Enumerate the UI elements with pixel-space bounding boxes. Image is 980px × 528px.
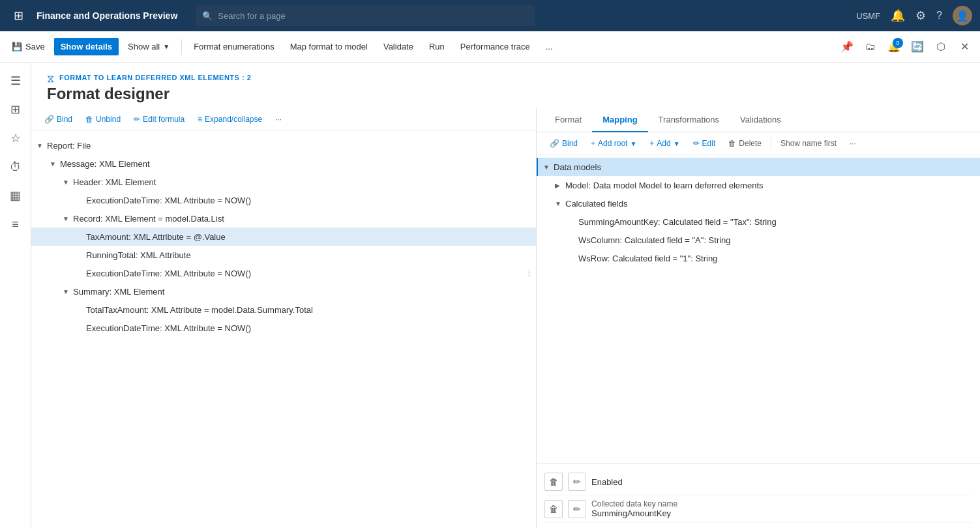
layout-button[interactable]: 🗂 bbox=[860, 37, 881, 57]
model-item-wsrow[interactable]: WsRow: Calculated field = "1": String bbox=[537, 249, 980, 267]
left-sidebar: ☰ ⊞ ☆ ⏱ ▦ ≡ bbox=[0, 63, 31, 528]
chevron-down-icon: ▼ bbox=[163, 43, 170, 50]
save-button[interactable]: 💾 Save bbox=[5, 38, 52, 55]
pin-button[interactable]: 📌 bbox=[837, 37, 857, 57]
chevron-icon: ▼ bbox=[63, 179, 70, 186]
tree-item-exec-dt-3[interactable]: ExecutionDateTime: XML Attribute = NOW() bbox=[31, 319, 536, 337]
top-nav: ⊞ Finance and Operations Preview 🔍 USMF … bbox=[0, 0, 980, 31]
right-more-button[interactable]: ··· bbox=[844, 136, 861, 151]
model-label: Calculated fields bbox=[565, 199, 975, 209]
delete-icon: 🗑 bbox=[549, 477, 558, 487]
show-all-button[interactable]: Show all ▼ bbox=[121, 38, 176, 55]
sidebar-home-icon[interactable]: ⊞ bbox=[3, 96, 29, 123]
tree-label: Report: File bbox=[47, 141, 531, 151]
map-format-button[interactable]: Map format to model bbox=[284, 38, 374, 55]
page-title: Format designer bbox=[47, 85, 964, 103]
search-input[interactable] bbox=[218, 11, 528, 21]
help-icon[interactable]: ? bbox=[936, 10, 942, 22]
edit-formula-button[interactable]: ✏ Edit formula bbox=[128, 112, 190, 126]
sidebar-menu-icon[interactable]: ☰ bbox=[3, 68, 29, 94]
add-button[interactable]: + Add ▼ bbox=[644, 136, 685, 151]
tree-item-runningtotal[interactable]: RunningTotal: XML Attribute bbox=[31, 246, 536, 264]
sidebar-modules-icon[interactable]: ≡ bbox=[3, 211, 29, 237]
plus-icon: + bbox=[591, 139, 595, 148]
edit-button[interactable]: ✏ Edit bbox=[688, 136, 721, 151]
tree-label: Message: XML Element bbox=[60, 159, 531, 169]
left-more-button[interactable]: ··· bbox=[270, 112, 287, 126]
tree-item-exec-dt-1[interactable]: ExecutionDateTime: XML Attribute = NOW() bbox=[31, 191, 536, 209]
app-grid-icon[interactable]: ⊞ bbox=[8, 5, 29, 26]
mapping-panel: Format Mapping Transformations Validatio… bbox=[537, 108, 980, 528]
page-header: ⧖ FORMAT TO LEARN DEFERRED XML ELEMENTS … bbox=[31, 63, 980, 108]
settings-icon[interactable]: ⚙ bbox=[915, 8, 926, 23]
notification-icon[interactable]: 🔔 bbox=[891, 8, 905, 23]
open-in-new-button[interactable]: ⬡ bbox=[930, 37, 951, 57]
tab-transformations[interactable]: Transformations bbox=[648, 108, 730, 132]
tree-item-report[interactable]: ▼ Report: File bbox=[31, 136, 536, 154]
tree-label: TaxAmount: XML Attribute = @.Value bbox=[86, 232, 531, 242]
tree-item-summary[interactable]: ▼ Summary: XML Element bbox=[31, 282, 536, 301]
refresh-button[interactable]: 🔄 bbox=[907, 37, 928, 57]
model-item-data-models[interactable]: ▼ Data models bbox=[537, 158, 980, 176]
right-bind-button[interactable]: 🔗 Bind bbox=[544, 136, 583, 151]
avatar[interactable]: 👤 bbox=[953, 6, 972, 25]
main-toolbar: 💾 Save Show details Show all ▼ Format en… bbox=[0, 31, 980, 63]
sidebar-workspaces-icon[interactable]: ▦ bbox=[3, 183, 29, 209]
tree-item-exec-dt-2[interactable]: ExecutionDateTime: XML Attribute = NOW()… bbox=[31, 264, 536, 282]
app-title: Finance and Operations Preview bbox=[37, 10, 177, 21]
unbind-button[interactable]: 🗑 Unbind bbox=[80, 112, 126, 126]
model-item-model[interactable]: ▶ Model: Data model Model to learn defer… bbox=[537, 176, 980, 194]
global-search-box[interactable]: 🔍 bbox=[196, 5, 535, 26]
filter-icon[interactable]: ⧖ bbox=[47, 73, 54, 85]
designer-area: 🔗 Bind 🗑 Unbind ✏ Edit formula ≡ Expand/… bbox=[31, 108, 980, 528]
collected-edit-button[interactable]: ✏ bbox=[568, 500, 586, 518]
enabled-edit-button[interactable]: ✏ bbox=[568, 473, 586, 491]
chevron-icon: ▼ bbox=[543, 164, 551, 171]
chevron-icon: ▼ bbox=[37, 142, 44, 149]
model-item-wscol[interactable]: WsColumn: Calculated field = "A": String bbox=[537, 231, 980, 249]
performance-trace-button[interactable]: Performance trace bbox=[454, 38, 537, 55]
format-enumerations-button[interactable]: Format enumerations bbox=[187, 38, 281, 55]
chevron-icon: ▼ bbox=[50, 160, 57, 168]
bind-button[interactable]: 🔗 Bind bbox=[39, 112, 78, 126]
tab-validations[interactable]: Validations bbox=[730, 108, 792, 132]
show-details-button[interactable]: Show details bbox=[54, 38, 119, 55]
chevron-down-icon: ▼ bbox=[674, 140, 680, 147]
model-label: WsColumn: Calculated field = "A": String bbox=[578, 235, 975, 245]
delete-button[interactable]: 🗑 Delete bbox=[723, 136, 767, 151]
tree-label: RunningTotal: XML Attribute bbox=[86, 250, 531, 260]
validate-button[interactable]: Validate bbox=[377, 38, 420, 55]
tree-label: Summary: XML Element bbox=[73, 287, 531, 297]
format-toolbar: 🔗 Bind 🗑 Unbind ✏ Edit formula ≡ Expand/… bbox=[31, 108, 536, 131]
model-item-calc-fields[interactable]: ▼ Calculated fields bbox=[537, 194, 980, 213]
model-item-summing[interactable]: SummingAmountKey: Calculated field = "Ta… bbox=[537, 213, 980, 231]
tab-mapping[interactable]: Mapping bbox=[592, 108, 647, 132]
collected-delete-button[interactable]: 🗑 bbox=[544, 500, 563, 518]
toolbar-right: 📌 🗂 🔔 0 🔄 ⬡ ✕ bbox=[837, 37, 975, 57]
notifications-badge: 0 bbox=[893, 38, 903, 48]
enabled-label: Enabled bbox=[591, 477, 623, 487]
tree-item-record[interactable]: ▼ Record: XML Element = model.Data.List bbox=[31, 209, 536, 227]
sidebar-recent-icon[interactable]: ⏱ bbox=[3, 154, 29, 180]
tree-item-totaltax[interactable]: TotalTaxAmount: XML Attribute = model.Da… bbox=[31, 301, 536, 319]
tree-item-taxamount[interactable]: TaxAmount: XML Attribute = @.Value bbox=[31, 227, 536, 246]
enabled-delete-button[interactable]: 🗑 bbox=[544, 473, 563, 491]
run-button[interactable]: Run bbox=[423, 38, 451, 55]
collected-key-controls: 🗑 ✏ Collected data key name SummingAmoun… bbox=[544, 499, 972, 518]
tree-item-message[interactable]: ▼ Message: XML Element bbox=[31, 154, 536, 173]
tree-label: TotalTaxAmount: XML Attribute = model.Da… bbox=[86, 305, 531, 315]
expand-collapse-button[interactable]: ≡ Expand/collapse bbox=[192, 112, 267, 126]
tab-format[interactable]: Format bbox=[544, 108, 592, 132]
add-root-button[interactable]: + Add root ▼ bbox=[586, 136, 642, 151]
chevron-icon: ▼ bbox=[63, 215, 70, 222]
close-button[interactable]: ✕ bbox=[954, 37, 975, 57]
mapping-toolbar: 🔗 Bind + Add root ▼ + Add ▼ ✏ bbox=[537, 132, 980, 155]
tree-item-header[interactable]: ▼ Header: XML Element bbox=[31, 173, 536, 191]
search-icon: 🔍 bbox=[202, 11, 213, 21]
notifications-button[interactable]: 🔔 0 bbox=[883, 37, 904, 57]
sidebar-favorites-icon[interactable]: ☆ bbox=[3, 125, 29, 151]
more-options-button[interactable]: ... bbox=[539, 38, 559, 55]
user-company[interactable]: USMF bbox=[856, 11, 880, 21]
show-name-first-button[interactable]: Show name first bbox=[775, 136, 842, 151]
drag-handle-icon[interactable]: ⁞ bbox=[527, 267, 531, 280]
